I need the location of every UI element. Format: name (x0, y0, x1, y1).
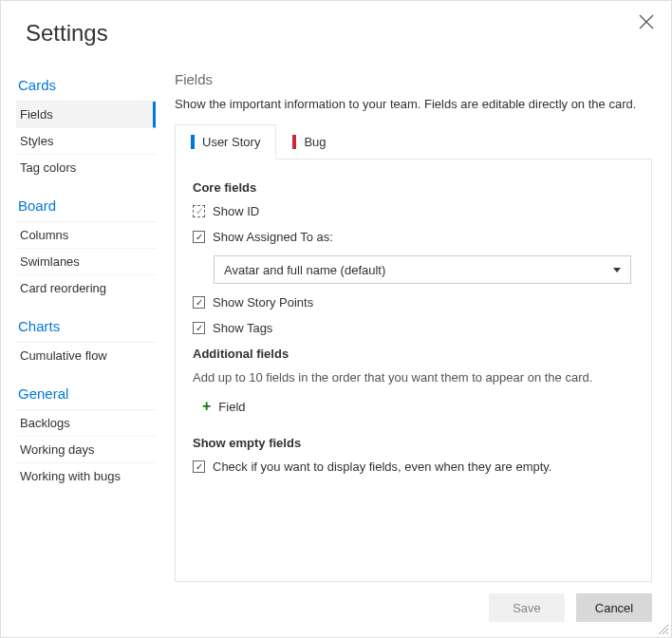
checkbox-show-empty[interactable]: ✓ (193, 460, 205, 473)
dialog-title: Settings (26, 20, 646, 47)
add-field-label: Field (218, 400, 245, 414)
checkbox-label: Show Tags (213, 321, 272, 335)
cancel-button[interactable]: Cancel (576, 593, 652, 622)
settings-dialog: Settings Cards Fields Styles Tag colors … (1, 1, 671, 637)
sidebar-heading: Cards (16, 71, 156, 102)
sidebar-item-working-days[interactable]: Working days (16, 437, 156, 463)
main-panel: Fields Show the important information to… (175, 71, 652, 582)
resize-grip-icon[interactable] (656, 622, 669, 635)
sidebar-group-charts: Charts Cumulative flow (16, 312, 156, 368)
checkbox-label: Show Assigned To as: (213, 230, 333, 244)
checkbox-label: Show Story Points (213, 295, 313, 310)
tab-user-story[interactable]: User Story (175, 124, 276, 160)
sidebar-item-swimlanes[interactable]: Swimlanes (16, 249, 156, 275)
tabs: User Story Bug (175, 124, 652, 160)
save-button[interactable]: Save (489, 593, 565, 622)
tab-panel: Core fields ✓ Show ID ✓ Show Assigned To… (175, 160, 652, 582)
sidebar-item-tag-colors[interactable]: Tag colors (16, 155, 156, 180)
sidebar-item-working-with-bugs[interactable]: Working with bugs (16, 463, 156, 489)
show-empty-heading: Show empty fields (193, 436, 634, 450)
sidebar-heading: Board (16, 192, 156, 222)
sidebar-heading: General (16, 380, 156, 410)
dialog-header: Settings (1, 1, 671, 47)
tab-bug[interactable]: Bug (276, 124, 342, 160)
section-description: Show the important information to your t… (175, 97, 652, 111)
additional-fields-description: Add up to 10 fields in the order that yo… (193, 370, 634, 385)
plus-icon: + (202, 398, 211, 415)
tab-label: Bug (304, 135, 326, 149)
checkbox-show-id[interactable]: ✓ (193, 205, 205, 217)
close-icon[interactable] (639, 14, 654, 29)
dialog-footer: Save Cancel (1, 582, 671, 637)
core-fields-heading: Core fields (193, 180, 634, 195)
assigned-to-dropdown[interactable]: Avatar and full name (default) (214, 255, 631, 284)
sidebar-group-cards: Cards Fields Styles Tag colors (16, 71, 156, 180)
sidebar-item-cumulative-flow[interactable]: Cumulative flow (16, 343, 156, 368)
checkbox-label: Show ID (213, 204, 259, 218)
checkbox-show-tags-row: ✓ Show Tags (193, 321, 634, 335)
checkbox-show-story-points-row: ✓ Show Story Points (193, 295, 634, 310)
add-field-button[interactable]: + Field (202, 394, 634, 419)
sidebar-heading: Charts (16, 312, 156, 343)
sidebar-item-backlogs[interactable]: Backlogs (16, 410, 156, 437)
checkbox-show-id-row: ✓ Show ID (193, 204, 634, 218)
sidebar-item-styles[interactable]: Styles (16, 128, 156, 155)
checkbox-show-tags[interactable]: ✓ (193, 322, 205, 334)
checkbox-show-assigned[interactable]: ✓ (193, 231, 205, 243)
section-title: Fields (175, 71, 652, 87)
dropdown-value: Avatar and full name (default) (224, 263, 385, 277)
additional-fields-heading: Additional fields (193, 347, 634, 361)
tab-swatch (292, 135, 296, 149)
svg-line-4 (666, 632, 668, 634)
sidebar-item-columns[interactable]: Columns (16, 222, 156, 249)
sidebar-group-general: General Backlogs Working days Working wi… (16, 380, 156, 489)
chevron-down-icon (613, 268, 621, 272)
checkbox-label: Check if you want to display fields, eve… (213, 460, 551, 474)
checkbox-show-empty-row: ✓ Check if you want to display fields, e… (193, 460, 634, 474)
tab-label: User Story (202, 135, 260, 149)
sidebar: Cards Fields Styles Tag colors Board Col… (16, 71, 156, 582)
dialog-body: Cards Fields Styles Tag colors Board Col… (1, 47, 671, 582)
checkbox-show-story-points[interactable]: ✓ (193, 296, 205, 309)
sidebar-group-board: Board Columns Swimlanes Card reordering (16, 192, 156, 301)
tab-swatch (191, 135, 195, 149)
sidebar-item-card-reordering[interactable]: Card reordering (16, 275, 156, 301)
checkbox-show-assigned-row: ✓ Show Assigned To as: (193, 230, 634, 244)
sidebar-item-fields[interactable]: Fields (16, 102, 156, 128)
